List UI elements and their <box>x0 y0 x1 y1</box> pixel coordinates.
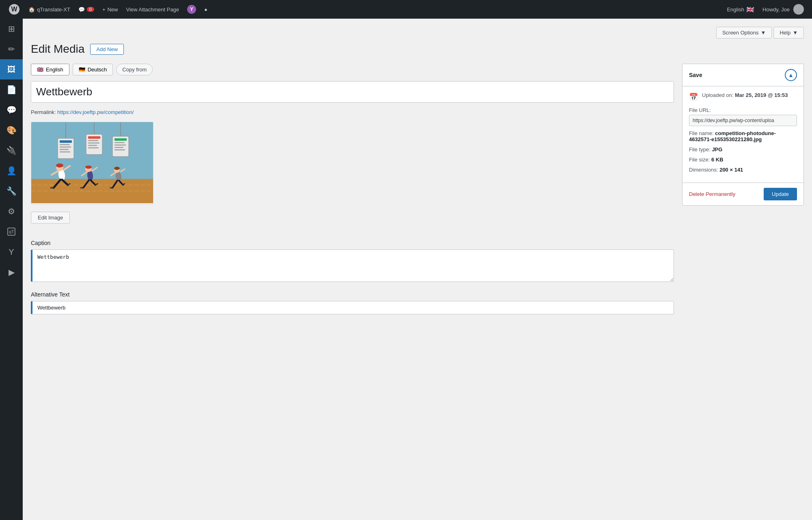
save-box-header: Save ▲ <box>682 64 803 86</box>
comment-icon: 💬 <box>78 6 85 13</box>
avatar <box>793 4 804 15</box>
svg-rect-15 <box>88 136 100 139</box>
wp-logo-icon: W <box>9 4 19 15</box>
status-circle-icon: ● <box>204 6 207 13</box>
adminbar-right: English 🇬🇧 Howdy, Joe <box>723 0 808 19</box>
save-panel: Save ▲ 📅 Uploaded on: Mar 25, 2019 @ 15:… <box>682 64 804 206</box>
yoast-plugin[interactable]: Y <box>183 0 200 19</box>
deutsch-flag-icon: 🇩🇪 <box>79 67 85 73</box>
svg-rect-16 <box>88 140 98 141</box>
home-icon: 🏠 <box>28 6 35 13</box>
sidebar-item-comments[interactable]: 💬 <box>0 100 23 120</box>
svg-rect-10 <box>60 146 71 148</box>
svg-rect-24 <box>114 144 126 146</box>
sidebar-item-settings[interactable]: ⚙ <box>0 201 23 221</box>
yoast-icon: Y <box>187 5 196 14</box>
permalink-row: Permalink: https://dev.joeftp.pw/competi… <box>31 109 674 115</box>
title-input[interactable] <box>31 81 674 103</box>
file-url-item: File URL: <box>689 107 797 126</box>
sidebar-item-yoast[interactable]: Y <box>0 242 23 262</box>
wp-logo[interactable]: W <box>4 0 24 19</box>
svg-point-38 <box>85 165 92 169</box>
site-name[interactable]: 🏠 qTranslate-XT <box>24 0 74 19</box>
content-area: 🇬🇧 English 🇩🇪 Deutsch Copy from Permalin… <box>31 64 804 322</box>
dimensions-item: Dimensions: 200 × 141 <box>689 167 797 173</box>
file-type-item: File type: JPG <box>689 146 797 153</box>
view-attachment[interactable]: View Attachment Page <box>122 0 184 19</box>
sidebar: ⊞ ✏ 🖼 📄 💬 🎨 🔌 👤 🔧 ⚙ qT Y ▶ <box>0 19 23 520</box>
sidebar-item-pages[interactable]: 📄 <box>0 80 23 100</box>
svg-rect-9 <box>60 144 70 145</box>
sidebar-item-tools[interactable]: 🔧 <box>0 181 23 201</box>
sidebar-item-qtranslate[interactable]: qT <box>0 221 23 242</box>
sidebar-item-posts[interactable]: ✏ <box>0 39 23 59</box>
copy-from-button[interactable]: Copy from <box>116 64 153 75</box>
tab-deutsch[interactable]: 🇩🇪 Deutsch <box>73 64 113 75</box>
save-toggle-button[interactable]: ▲ <box>785 69 797 81</box>
svg-rect-22 <box>114 138 127 141</box>
svg-rect-8 <box>60 140 72 143</box>
svg-rect-18 <box>88 145 97 146</box>
save-box-footer: Delete Permanently Update <box>682 183 803 205</box>
uploaded-on-row: 📅 Uploaded on: Mar 25, 2019 @ 15:53 <box>689 92 797 101</box>
calendar-icon: 📅 <box>689 92 698 101</box>
chevron-down-icon: ▼ <box>761 30 766 36</box>
svg-rect-19 <box>88 147 99 148</box>
caption-label: Caption <box>31 240 674 246</box>
svg-rect-25 <box>114 147 123 148</box>
sidebar-item-users[interactable]: 👤 <box>0 161 23 181</box>
svg-rect-12 <box>60 151 70 153</box>
svg-rect-23 <box>114 142 125 143</box>
page-title-row: Edit Media Add New <box>31 43 804 56</box>
english-flag-icon: 🇬🇧 <box>37 67 43 73</box>
sidebar-item-appearance[interactable]: 🎨 <box>0 120 23 140</box>
sidebar-item-analytics[interactable]: ▶ <box>0 262 23 282</box>
language-switcher[interactable]: English 🇬🇧 <box>723 0 758 19</box>
sidebar-item-media[interactable]: 🖼 <box>0 59 23 80</box>
image-preview <box>31 122 153 205</box>
svg-point-47 <box>114 167 120 170</box>
svg-point-29 <box>56 163 63 168</box>
flag-icon: 🇬🇧 <box>746 6 754 13</box>
user-greeting[interactable]: Howdy, Joe <box>758 0 808 19</box>
caption-section: Caption Wettbewerb <box>31 240 674 283</box>
save-box-title: Save <box>689 72 702 78</box>
language-tabs: 🇬🇧 English 🇩🇪 Deutsch Copy from <box>31 64 674 75</box>
chevron-down-icon: ▼ <box>793 30 798 36</box>
delete-permanently-link[interactable]: Delete Permanently <box>689 191 735 197</box>
save-box-body: 📅 Uploaded on: Mar 25, 2019 @ 15:53 File… <box>682 86 803 183</box>
circle-status[interactable]: ● <box>200 0 212 19</box>
help-button[interactable]: Help ▼ <box>773 27 804 39</box>
alt-text-input[interactable] <box>31 301 674 314</box>
sidebar-item-plugins[interactable]: 🔌 <box>0 140 23 161</box>
file-name-item: File name: competition-photodune-4632571… <box>689 130 797 142</box>
screen-options-button[interactable]: Screen Options ▼ <box>716 27 772 39</box>
svg-text:qT: qT <box>9 229 14 234</box>
save-box: Save ▲ 📅 Uploaded on: Mar 25, 2019 @ 15:… <box>682 64 804 206</box>
caption-textarea[interactable]: Wettbewerb <box>31 249 674 282</box>
edit-panel: 🇬🇧 English 🇩🇪 Deutsch Copy from Permalin… <box>31 64 674 322</box>
svg-rect-26 <box>114 149 125 150</box>
plus-icon: + <box>102 6 106 13</box>
new-content[interactable]: + New <box>98 0 122 19</box>
admin-bar: W 🏠 qTranslate-XT 💬 0 + New View Attachm… <box>0 0 812 19</box>
edit-image-button[interactable]: Edit Image <box>31 212 70 223</box>
file-url-input[interactable] <box>689 115 797 126</box>
tab-english[interactable]: 🇬🇧 English <box>31 64 69 75</box>
alt-text-section: Alternative Text <box>31 291 674 314</box>
file-size-item: File size: 6 KB <box>689 157 797 163</box>
sidebar-item-dashboard[interactable]: ⊞ <box>0 19 23 39</box>
alt-text-label: Alternative Text <box>31 291 674 298</box>
topbar: Screen Options ▼ Help ▼ <box>31 27 804 39</box>
comments-link[interactable]: 💬 0 <box>74 0 98 19</box>
svg-rect-17 <box>88 142 99 144</box>
main-content: Screen Options ▼ Help ▼ Edit Media Add N… <box>23 19 812 520</box>
update-button[interactable]: Update <box>764 188 797 200</box>
add-new-button[interactable]: Add New <box>90 44 124 55</box>
page-title: Edit Media <box>31 43 84 56</box>
svg-rect-11 <box>60 149 69 150</box>
permalink-link[interactable]: https://dev.joeftp.pw/competition/ <box>57 109 134 115</box>
